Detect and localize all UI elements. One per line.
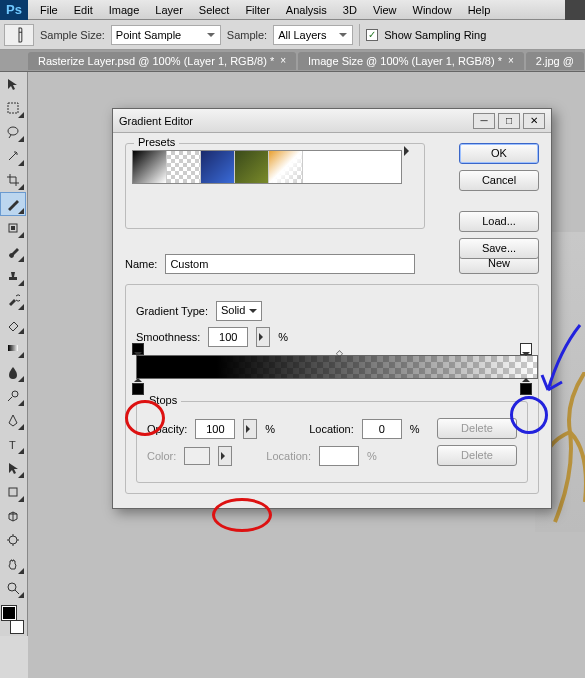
preset-thumb[interactable]: [235, 151, 269, 183]
workspace-icon[interactable]: [565, 0, 585, 20]
tool-path-select[interactable]: [0, 456, 26, 480]
menu-file[interactable]: File: [32, 1, 66, 19]
maximize-button[interactable]: □: [498, 113, 520, 129]
doc-tab-1[interactable]: Rasterize Layer.psd @ 100% (Layer 1, RGB…: [28, 52, 296, 70]
preset-thumb[interactable]: [201, 151, 235, 183]
presets-label: Presets: [134, 136, 179, 148]
opacity-flyout-icon[interactable]: [243, 419, 257, 439]
show-ring-checkbox[interactable]: ✓: [366, 29, 378, 41]
options-bar: Sample Size: Point Sample Sample: All La…: [0, 20, 585, 50]
tool-preset-icon[interactable]: [4, 24, 34, 46]
presets-list[interactable]: [132, 150, 402, 184]
tool-brush[interactable]: [0, 240, 26, 264]
ok-button[interactable]: OK: [459, 143, 539, 164]
app-logo: Ps: [0, 0, 28, 20]
gradient-editor-dialog: Gradient Editor ─ □ ✕ OK Cancel Load... …: [112, 108, 552, 509]
menu-3d[interactable]: 3D: [335, 1, 365, 19]
sample-value: All Layers: [278, 29, 326, 41]
smoothness-unit: %: [278, 331, 288, 343]
tool-gradient[interactable]: [0, 336, 26, 360]
menu-view[interactable]: View: [365, 1, 405, 19]
color-swatches[interactable]: [0, 604, 26, 636]
location-input[interactable]: [362, 419, 402, 439]
menu-edit[interactable]: Edit: [66, 1, 101, 19]
tool-eraser[interactable]: [0, 312, 26, 336]
svg-rect-0: [8, 103, 18, 113]
tool-marquee[interactable]: [0, 96, 26, 120]
tool-eyedropper[interactable]: [0, 192, 26, 216]
dialog-title: Gradient Editor: [119, 115, 193, 127]
menu-image[interactable]: Image: [101, 1, 148, 19]
color-flyout-icon: [218, 446, 232, 466]
tool-type[interactable]: T: [0, 432, 26, 456]
close-icon[interactable]: ×: [280, 55, 286, 66]
app-menu-bar: Ps File Edit Image Layer Select Filter A…: [0, 0, 585, 20]
menu-select[interactable]: Select: [191, 1, 238, 19]
menu-help[interactable]: Help: [460, 1, 499, 19]
stops-label: Stops: [145, 394, 181, 406]
opacity-stop-right[interactable]: [520, 343, 532, 355]
svg-rect-3: [11, 226, 15, 230]
color-stop-left[interactable]: [132, 379, 144, 391]
color-stop-right[interactable]: [520, 379, 532, 391]
location-label: Location:: [309, 423, 354, 435]
tool-3d[interactable]: [0, 504, 26, 528]
load-button[interactable]: Load...: [459, 211, 539, 232]
opacity-stop-left[interactable]: [132, 343, 144, 355]
tool-hand[interactable]: [0, 552, 26, 576]
preset-thumb[interactable]: [167, 151, 201, 183]
divider: [359, 24, 360, 46]
background-color-swatch[interactable]: [10, 620, 24, 634]
tool-shape[interactable]: [0, 480, 26, 504]
opacity-input[interactable]: [195, 419, 235, 439]
smoothness-flyout-icon[interactable]: [256, 327, 270, 347]
preset-thumb[interactable]: [269, 151, 303, 183]
gradient-preview[interactable]: ◇: [136, 355, 528, 379]
tool-healing[interactable]: [0, 216, 26, 240]
menu-analysis[interactable]: Analysis: [278, 1, 335, 19]
tool-dodge[interactable]: [0, 384, 26, 408]
tool-lasso[interactable]: [0, 120, 26, 144]
delete-opacity-stop-button[interactable]: Delete: [437, 418, 517, 439]
opacity-label: Opacity:: [147, 423, 187, 435]
sample-size-select[interactable]: Point Sample: [111, 25, 221, 45]
tool-zoom[interactable]: [0, 576, 26, 600]
close-button[interactable]: ✕: [523, 113, 545, 129]
gradient-type-select[interactable]: Solid: [216, 301, 262, 321]
doc-tab-2-label: Image Size @ 100% (Layer 1, RGB/8) *: [308, 55, 502, 67]
foreground-color-swatch[interactable]: [2, 606, 16, 620]
save-button[interactable]: Save...: [459, 238, 539, 259]
tool-stamp[interactable]: [0, 264, 26, 288]
tool-wand[interactable]: [0, 144, 26, 168]
gradient-type-label: Gradient Type:: [136, 305, 208, 317]
svg-point-9: [8, 583, 16, 591]
document-tabs: Rasterize Layer.psd @ 100% (Layer 1, RGB…: [0, 50, 585, 72]
tool-history-brush[interactable]: [0, 288, 26, 312]
menu-layer[interactable]: Layer: [147, 1, 191, 19]
tool-crop[interactable]: [0, 168, 26, 192]
tool-move[interactable]: [0, 72, 26, 96]
sample-select[interactable]: All Layers: [273, 25, 353, 45]
doc-tab-3-label: 2.jpg @: [536, 55, 574, 67]
close-icon[interactable]: ×: [508, 55, 514, 66]
name-input[interactable]: [165, 254, 415, 274]
presets-flyout-icon[interactable]: [404, 146, 414, 156]
location-unit: %: [410, 423, 420, 435]
svg-text:T: T: [9, 439, 16, 451]
menu-window[interactable]: Window: [405, 1, 460, 19]
menu-filter[interactable]: Filter: [237, 1, 277, 19]
doc-tab-3[interactable]: 2.jpg @: [526, 52, 584, 70]
doc-tab-2[interactable]: Image Size @ 100% (Layer 1, RGB/8) *×: [298, 52, 524, 70]
tool-3d-camera[interactable]: [0, 528, 26, 552]
minimize-button[interactable]: ─: [473, 113, 495, 129]
preset-thumb[interactable]: [133, 151, 167, 183]
presets-group: Presets: [125, 143, 425, 229]
dialog-titlebar[interactable]: Gradient Editor ─ □ ✕: [113, 109, 551, 133]
tool-blur[interactable]: [0, 360, 26, 384]
name-label: Name:: [125, 258, 157, 270]
cancel-button[interactable]: Cancel: [459, 170, 539, 191]
tool-pen[interactable]: [0, 408, 26, 432]
show-ring-label: Show Sampling Ring: [384, 29, 486, 41]
smoothness-input[interactable]: [208, 327, 248, 347]
midpoint-icon[interactable]: ◇: [336, 348, 343, 358]
